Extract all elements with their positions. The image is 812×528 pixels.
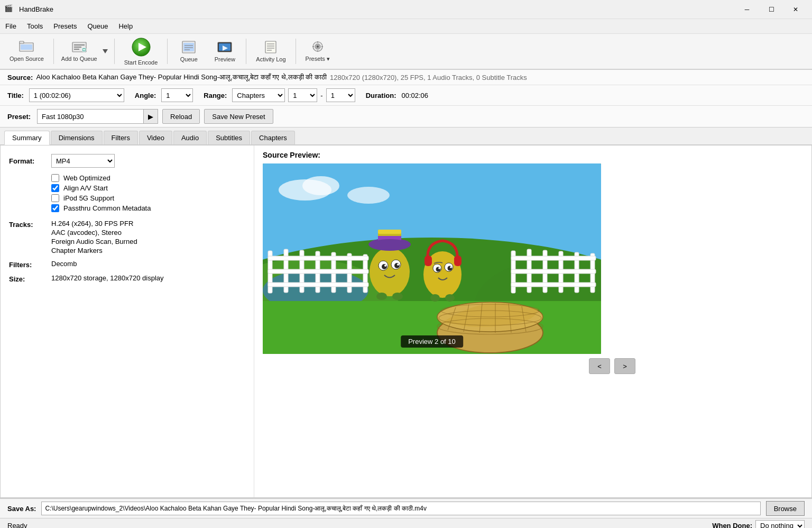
tab-video[interactable]: Video <box>139 131 172 144</box>
ipod-checkbox[interactable] <box>51 194 59 202</box>
status-text: Ready <box>7 522 27 528</box>
preview-button[interactable]: Preview <box>208 37 242 66</box>
svg-rect-95 <box>425 256 432 266</box>
status-bar: Ready When Done: Do nothing <box>0 518 812 528</box>
svg-point-35 <box>302 176 339 195</box>
preview-next-button[interactable]: > <box>614 358 635 374</box>
duration-label: Duration: <box>366 92 396 99</box>
svg-rect-21 <box>265 41 276 53</box>
passthru-label[interactable]: Passthru Common Metadata <box>63 204 151 212</box>
save-as-label: Save As: <box>7 505 36 513</box>
tab-summary[interactable]: Summary <box>4 131 50 145</box>
svg-point-32 <box>317 45 319 48</box>
angle-label: Angle: <box>135 92 156 99</box>
tab-dimensions[interactable]: Dimensions <box>51 131 103 144</box>
track-1: H.264 (x264), 30 FPS PFR <box>51 220 137 227</box>
svg-point-75 <box>382 264 387 269</box>
size-value: 1280x720 storage, 1280x720 display <box>51 274 164 282</box>
toolbar-sep-1 <box>53 39 54 64</box>
source-meta: 1280x720 (1280x720), 25 FPS, 1 Audio Tra… <box>330 74 527 81</box>
svg-point-85 <box>370 239 410 250</box>
svg-rect-48 <box>268 256 368 260</box>
source-bar: Source: Aloo Kachaloo Beta Kahan Gaye Th… <box>0 70 812 85</box>
menu-file[interactable]: File <box>0 19 22 33</box>
title-row: Title: 1 (00:02:06) Angle: 1 Range: Chap… <box>0 85 812 106</box>
menu-presets[interactable]: Presets <box>48 19 82 33</box>
toolbar-sep-5 <box>296 39 296 64</box>
preset-arrow-button[interactable]: ▶ <box>143 110 158 123</box>
range-from-select[interactable]: 1 <box>288 88 317 102</box>
size-label: Size: <box>9 274 51 283</box>
tab-subtitles[interactable]: Subtitles <box>208 131 250 144</box>
web-optimized-row: Web Optimized <box>51 174 245 182</box>
preview-nav: < > <box>589 358 635 374</box>
maximize-button[interactable]: ☐ <box>759 0 783 19</box>
title-select[interactable]: 1 (00:02:06) <box>29 88 124 102</box>
reload-button[interactable]: Reload <box>162 109 200 124</box>
svg-rect-59 <box>511 283 596 287</box>
menu-help[interactable]: Help <box>113 19 138 33</box>
tab-filters[interactable]: Filters <box>104 131 138 144</box>
title-label: Title: <box>7 92 24 99</box>
toolbar: Open Source Add to Queue <box>0 34 812 70</box>
size-section: Size: 1280x720 storage, 1280x720 display <box>9 274 245 283</box>
browse-button[interactable]: Browse <box>766 501 805 516</box>
preview-label: Preview <box>215 56 235 62</box>
menubar: File Tools Presets Queue Help <box>0 19 812 34</box>
close-button[interactable]: ✕ <box>783 0 808 19</box>
save-as-input[interactable] <box>41 502 760 515</box>
svg-point-93 <box>438 267 440 269</box>
filters-values: Decomb <box>51 260 77 269</box>
activity-log-button[interactable]: Activity Log <box>251 37 291 66</box>
svg-rect-82 <box>378 230 401 234</box>
preview-svg <box>263 163 601 354</box>
svg-point-77 <box>384 265 386 267</box>
window-controls: ─ ☐ ✕ <box>735 0 808 19</box>
angle-select[interactable]: 1 <box>161 88 193 102</box>
add-to-queue-group: Add to Queue <box>58 37 110 66</box>
svg-point-98 <box>445 294 455 302</box>
align-av-label[interactable]: Align A/V Start <box>63 184 108 192</box>
queue-button[interactable]: Queue <box>172 37 206 66</box>
add-to-queue-button[interactable]: Add to Queue <box>58 37 100 66</box>
app-logo: 🎬 <box>4 4 15 15</box>
menu-tools[interactable]: Tools <box>22 19 48 33</box>
app-title: HandBrake <box>19 5 735 13</box>
tab-audio[interactable]: Audio <box>173 131 207 144</box>
main-content: Format: MP4 Web Optimized Align A/V Star… <box>0 145 812 498</box>
preview-prev-button[interactable]: < <box>589 358 610 374</box>
svg-rect-2 <box>21 44 32 50</box>
range-to-select[interactable]: 1 <box>326 88 355 102</box>
minimize-button[interactable]: ─ <box>735 0 759 19</box>
svg-point-97 <box>430 294 440 302</box>
web-optimized-label[interactable]: Web Optimized <box>63 174 110 182</box>
open-source-button[interactable]: Open Source <box>4 37 49 66</box>
menu-queue[interactable]: Queue <box>82 19 113 33</box>
tab-bar: Summary Dimensions Filters Video Audio S… <box>0 128 812 145</box>
range-select[interactable]: Chapters <box>232 88 285 102</box>
svg-point-76 <box>394 263 400 268</box>
when-done-select[interactable]: Do nothing <box>755 520 805 529</box>
web-optimized-checkbox[interactable] <box>51 174 59 182</box>
title-field: Title: 1 (00:02:06) <box>7 88 124 102</box>
svg-rect-58 <box>511 269 596 274</box>
align-av-checkbox[interactable] <box>51 184 59 192</box>
tab-chapters[interactable]: Chapters <box>251 131 295 144</box>
preset-select-container[interactable]: Fast 1080p30 ▶ <box>37 109 158 124</box>
format-select[interactable]: MP4 <box>51 154 115 168</box>
duration-field: Duration: 00:02:06 <box>366 92 428 99</box>
preview-icon <box>217 41 232 55</box>
presets-button[interactable]: Presets ▾ <box>300 37 335 66</box>
start-encode-button[interactable]: Start Encode <box>119 37 163 66</box>
source-value: Aloo Kachaloo Beta Kahan Gaye They- Popu… <box>36 73 327 81</box>
start-encode-label: Start Encode <box>124 59 158 66</box>
svg-rect-1 <box>20 41 24 43</box>
range-field: Range: Chapters 1 - 1 <box>204 88 355 102</box>
svg-point-78 <box>397 263 399 266</box>
preset-bar: Preset: Fast 1080p30 ▶ Reload Save New P… <box>0 106 812 128</box>
ipod-label[interactable]: iPod 5G Support <box>63 194 114 202</box>
open-source-label: Open Source <box>10 56 44 62</box>
save-new-preset-button[interactable]: Save New Preset <box>204 109 273 124</box>
passthru-checkbox[interactable] <box>51 204 59 212</box>
add-to-queue-dropdown-button[interactable] <box>100 37 110 66</box>
